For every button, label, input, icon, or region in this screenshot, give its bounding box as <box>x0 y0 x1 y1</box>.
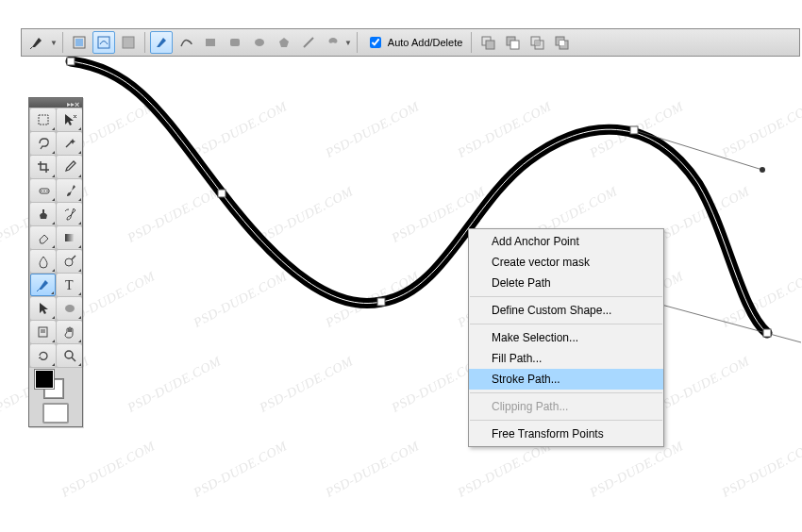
tool-marquee[interactable] <box>30 108 56 131</box>
shape-layer-mode-icon[interactable] <box>68 31 91 54</box>
tool-path-select[interactable] <box>30 297 56 320</box>
svg-rect-27 <box>39 115 48 125</box>
tool-crop[interactable] <box>30 156 56 178</box>
watermark: PSD-DUDE.COM <box>456 99 554 161</box>
tool-blur[interactable] <box>30 250 56 273</box>
watermark: PSD-DUDE.COM <box>720 269 802 331</box>
tool-clone[interactable] <box>30 203 56 225</box>
svg-rect-5 <box>377 298 385 306</box>
fill-pixels-mode-icon[interactable] <box>117 31 140 54</box>
svg-rect-7 <box>763 329 771 337</box>
svg-marker-15 <box>279 38 289 47</box>
line-shape-icon[interactable] <box>297 31 320 54</box>
svg-point-32 <box>46 191 48 192</box>
watermark: PSD-DUDE.COM <box>654 354 752 416</box>
menu-item-fill-path[interactable]: Fill Path... <box>469 348 663 369</box>
tool-rotate[interactable] <box>30 344 56 367</box>
watermark: PSD-DUDE.COM <box>192 269 290 331</box>
canvas[interactable]: PSD-DUDE.COM PSD-DUDE.COM PSD-DUDE.COM P… <box>0 0 802 532</box>
watermark: PSD-DUDE.COM <box>258 354 356 416</box>
path-subtract-icon[interactable] <box>501 31 524 54</box>
path-add-icon[interactable] <box>476 31 499 54</box>
ellipse-shape-icon[interactable] <box>248 31 271 54</box>
watermark: PSD-DUDE.COM <box>192 99 290 161</box>
custom-shape-icon[interactable] <box>322 31 344 54</box>
menu-item-make-selection[interactable]: Make Selection... <box>469 327 663 348</box>
tool-hand[interactable] <box>57 321 82 343</box>
pen-tool-indicator-icon[interactable] <box>25 31 48 54</box>
watermark: PSD-DUDE.COM <box>59 439 158 501</box>
svg-text:T: T <box>65 278 74 292</box>
watermark: PSD-DUDE.COM <box>456 439 554 501</box>
tool-pen[interactable] <box>30 274 56 296</box>
menu-item-stroke-path[interactable]: Stroke Path... <box>469 369 663 390</box>
tool-notes[interactable] <box>30 321 56 343</box>
watermark: PSD-DUDE.COM <box>324 99 422 161</box>
paths-mode-icon[interactable] <box>92 31 115 54</box>
tool-gradient[interactable] <box>57 226 82 249</box>
svg-rect-13 <box>230 39 240 46</box>
auto-add-delete-label: Auto Add/Delete <box>388 37 463 48</box>
watermark: PSD-DUDE.COM <box>588 99 686 161</box>
svg-rect-11 <box>123 37 134 48</box>
tool-brush[interactable] <box>57 179 82 202</box>
tool-move[interactable] <box>57 108 82 131</box>
svg-rect-34 <box>65 234 75 241</box>
menu-item-delete-path[interactable]: Delete Path <box>469 273 663 293</box>
svg-rect-26 <box>560 41 564 45</box>
menu-item-clipping-path: Clipping Path... <box>469 396 663 417</box>
tool-zoom[interactable] <box>57 344 82 367</box>
tools-panel-header[interactable]: ▸▸ × <box>29 98 82 108</box>
svg-point-38 <box>65 305 75 312</box>
tool-magic-wand[interactable] <box>57 132 82 155</box>
menu-separator <box>470 420 662 421</box>
tool-healing[interactable] <box>30 179 56 202</box>
tool-eraser[interactable] <box>30 226 56 249</box>
rounded-rect-shape-icon[interactable] <box>224 31 246 54</box>
tool-dodge[interactable] <box>57 250 82 273</box>
tool-shape[interactable] <box>57 297 82 320</box>
menu-separator <box>470 324 662 324</box>
menu-separator <box>470 392 662 393</box>
rect-shape-icon[interactable] <box>199 31 222 54</box>
svg-rect-4 <box>218 190 226 197</box>
menu-item-define-custom-shape[interactable]: Define Custom Shape... <box>469 300 663 321</box>
svg-rect-6 <box>630 126 638 134</box>
svg-point-35 <box>65 258 73 266</box>
tools-panel: ▸▸ × T <box>28 97 83 427</box>
svg-line-16 <box>304 38 313 47</box>
pen-tool-icon[interactable] <box>150 31 173 54</box>
watermark: PSD-DUDE.COM <box>324 269 422 331</box>
svg-point-30 <box>41 191 42 192</box>
polygon-shape-icon[interactable] <box>273 31 295 54</box>
tool-type[interactable]: T <box>57 274 82 296</box>
foreground-swatch[interactable] <box>35 370 54 389</box>
watermark: PSD-DUDE.COM <box>720 99 802 161</box>
svg-point-14 <box>255 39 264 46</box>
watermark: PSD-DUDE.COM <box>125 184 224 246</box>
watermark: PSD-DUDE.COM <box>192 439 290 501</box>
options-bar: ▼ ▼ Auto Add/Delete <box>21 28 800 57</box>
svg-rect-23 <box>535 41 540 45</box>
menu-item-create-vector-mask[interactable]: Create vector mask <box>469 252 663 273</box>
svg-rect-33 <box>42 209 44 213</box>
auto-add-delete-checkbox[interactable]: Auto Add/Delete <box>366 34 463 51</box>
color-swatches[interactable] <box>29 368 82 400</box>
context-menu: Add Anchor PointCreate vector maskDelete… <box>468 228 664 447</box>
tool-eyedropper[interactable] <box>57 156 82 178</box>
quick-mask-toggle[interactable] <box>29 400 82 426</box>
svg-point-2 <box>760 167 765 173</box>
path-exclude-icon[interactable] <box>550 31 573 54</box>
vector-path-svg <box>0 0 802 532</box>
svg-line-43 <box>72 357 75 361</box>
path-intersect-icon[interactable] <box>526 31 548 54</box>
menu-item-add-anchor-point[interactable]: Add Anchor Point <box>469 231 663 252</box>
watermark: PSD-DUDE.COM <box>720 439 802 501</box>
menu-item-free-transform-points[interactable]: Free Transform Points <box>469 424 663 444</box>
freeform-pen-icon[interactable] <box>175 31 197 54</box>
watermark: PSD-DUDE.COM <box>654 184 752 246</box>
svg-rect-10 <box>98 37 109 48</box>
tool-lasso[interactable] <box>30 132 56 155</box>
tool-history-brush[interactable] <box>57 203 82 225</box>
auto-add-delete-input[interactable] <box>370 37 381 48</box>
